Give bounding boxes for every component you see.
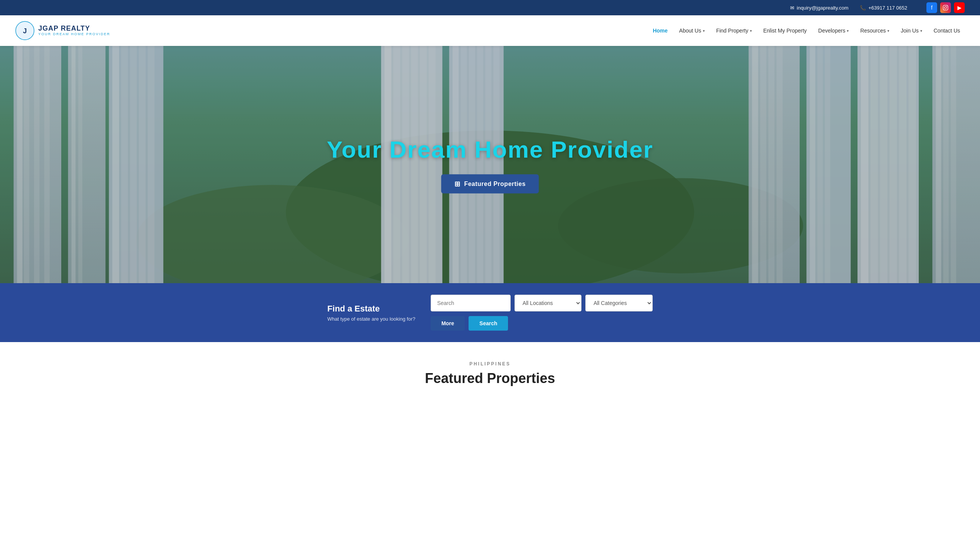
- search-form: All Locations Metro Manila Cebu Davao Qu…: [431, 295, 653, 331]
- categories-select[interactable]: All Categories House & Lot Condominium C…: [585, 295, 653, 311]
- chevron-down-icon: ▾: [703, 29, 705, 33]
- social-icons-group: f ▶: [926, 2, 965, 13]
- nav-links: Home About Us ▾ Find Property ▾ Enlist M…: [648, 24, 965, 37]
- nav-item-find[interactable]: Find Property ▾: [712, 24, 756, 37]
- logo-sub-text: Your Dream Home Provider: [38, 33, 110, 36]
- nav-item-home[interactable]: Home: [648, 24, 672, 37]
- featured-properties-button[interactable]: ⊞ Featured Properties: [441, 174, 539, 194]
- svg-text:J: J: [23, 27, 27, 35]
- email-icon: ✉: [790, 5, 794, 11]
- search-section: Find a Estate What type of estate are yo…: [0, 283, 980, 342]
- chevron-down-icon: ▾: [750, 29, 752, 33]
- hero-content: Your Dream Home Provider ⊞ Featured Prop…: [327, 136, 653, 194]
- nav-link-find[interactable]: Find Property ▾: [712, 24, 756, 37]
- nav-item-join[interactable]: Join Us ▾: [896, 24, 927, 37]
- search-row-top: All Locations Metro Manila Cebu Davao Qu…: [431, 295, 653, 311]
- hero-section: Your Dream Home Provider ⊞ Featured Prop…: [0, 46, 980, 283]
- featured-icon: ⊞: [454, 180, 461, 188]
- chevron-down-icon: ▾: [887, 29, 889, 33]
- phone-number: +63917 117 0652: [868, 5, 907, 11]
- phone-icon: 📞: [860, 5, 866, 11]
- nav-link-contact[interactable]: Contact Us: [929, 24, 965, 37]
- nav-item-enlist[interactable]: Enlist My Property: [759, 24, 812, 37]
- navbar: J JGAP REALTY Your Dream Home Provider H…: [0, 15, 980, 46]
- search-subtext: What type of estate are you looking for?: [327, 316, 415, 322]
- nav-link-resources[interactable]: Resources ▾: [856, 24, 894, 37]
- nav-link-about[interactable]: About Us ▾: [675, 24, 709, 37]
- youtube-icon[interactable]: ▶: [954, 2, 965, 13]
- nav-item-resources[interactable]: Resources ▾: [856, 24, 894, 37]
- hero-title: Your Dream Home Provider: [327, 136, 653, 163]
- search-label-block: Find a Estate What type of estate are yo…: [327, 304, 415, 322]
- locations-select[interactable]: All Locations Metro Manila Cebu Davao Qu…: [514, 295, 582, 311]
- more-button[interactable]: More: [431, 316, 465, 331]
- top-bar: ✉ inquiry@jgaprealty.com 📞 +63917 117 06…: [0, 0, 980, 15]
- email-address: inquiry@jgaprealty.com: [797, 5, 848, 11]
- phone-contact: 📞 +63917 117 0652: [860, 5, 907, 11]
- nav-item-developers[interactable]: Developers ▾: [813, 24, 853, 37]
- nav-link-home[interactable]: Home: [648, 24, 672, 37]
- search-row-bottom: More Search: [431, 316, 653, 331]
- nav-item-contact[interactable]: Contact Us: [929, 24, 965, 37]
- nav-link-enlist[interactable]: Enlist My Property: [759, 24, 812, 37]
- nav-link-join[interactable]: Join Us ▾: [896, 24, 927, 37]
- nav-link-developers[interactable]: Developers ▾: [813, 24, 853, 37]
- nav-item-about[interactable]: About Us ▾: [675, 24, 709, 37]
- hero-button-label: Featured Properties: [464, 181, 526, 187]
- search-button[interactable]: Search: [469, 316, 508, 331]
- chevron-down-icon: ▾: [920, 29, 922, 33]
- facebook-icon[interactable]: f: [926, 2, 937, 13]
- search-heading: Find a Estate: [327, 304, 415, 314]
- instagram-icon[interactable]: [940, 2, 951, 13]
- featured-title: Featured Properties: [15, 370, 965, 386]
- logo[interactable]: J JGAP REALTY Your Dream Home Provider: [15, 21, 110, 40]
- featured-region-label: PHILIPPINES: [15, 361, 965, 367]
- search-input[interactable]: [431, 295, 511, 311]
- logo-main-text: JGAP REALTY: [38, 25, 110, 33]
- featured-section: PHILIPPINES Featured Properties: [0, 342, 980, 398]
- chevron-down-icon: ▾: [847, 29, 849, 33]
- email-contact: ✉ inquiry@jgaprealty.com: [790, 5, 848, 11]
